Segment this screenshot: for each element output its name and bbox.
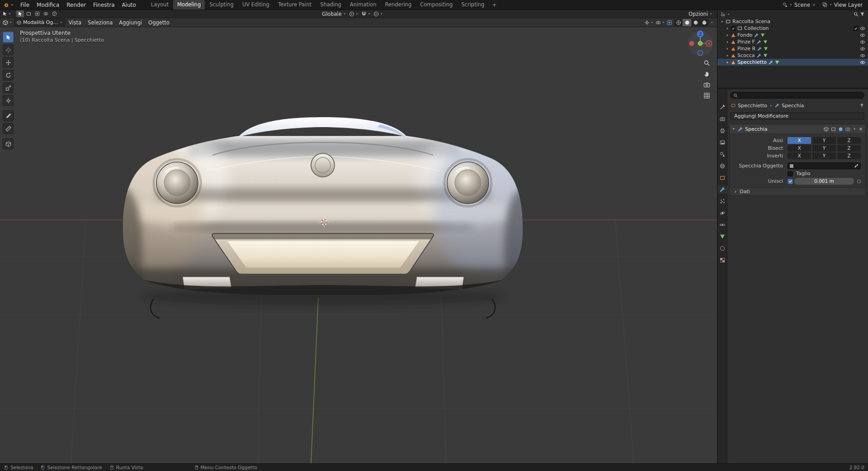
tab-world[interactable] [717, 162, 727, 170]
outliner-row-pinze-r[interactable]: Pinze R [717, 45, 868, 52]
tab-object-data[interactable] [717, 233, 727, 241]
bisect-x-button[interactable]: X [788, 145, 811, 152]
tab-render[interactable] [717, 115, 727, 123]
tab-layout[interactable]: Layout [147, 0, 173, 10]
render-toggle-icon[interactable] [845, 127, 850, 132]
edit-mode-toggle-icon[interactable] [831, 127, 836, 132]
zoom-icon[interactable] [703, 60, 710, 67]
close-icon[interactable] [859, 127, 863, 131]
collection-exclude-checkbox[interactable] [731, 26, 736, 31]
ortho-grid-icon[interactable] [703, 92, 710, 99]
measure-tool-button[interactable] [3, 123, 14, 134]
menu-aiuto[interactable]: Aiuto [118, 0, 140, 10]
tab-material[interactable] [717, 244, 727, 252]
gizmo-z-negative-axis[interactable] [698, 51, 703, 56]
clipping-checkbox[interactable] [788, 171, 793, 176]
eyedropper-icon[interactable] [854, 164, 859, 168]
mode-dropdown[interactable]: Modalità Og... [14, 19, 66, 26]
transform-tool-button[interactable] [3, 95, 14, 106]
pin-icon[interactable] [859, 103, 864, 108]
tab-texture-paint[interactable]: Texture Paint [274, 0, 316, 10]
blender-menu-button[interactable] [0, 2, 17, 8]
shading-material-button[interactable] [691, 19, 700, 26]
axis-y-button[interactable]: Y [812, 137, 836, 144]
tab-sculpting[interactable]: Sculpting [205, 0, 238, 10]
tab-particles[interactable] [717, 197, 727, 205]
camera-view-icon[interactable] [703, 81, 710, 88]
properties-search-input[interactable] [730, 92, 864, 99]
axis-x-button[interactable]: X [788, 137, 811, 144]
disclosure-caret-icon[interactable] [720, 20, 724, 24]
select-mode-intersect-button[interactable] [51, 10, 58, 17]
disclosure-caret-icon[interactable] [726, 47, 729, 51]
bisect-z-button[interactable]: Z [837, 145, 861, 152]
tab-tool[interactable] [717, 103, 727, 111]
tab-physics[interactable] [717, 209, 727, 217]
shading-rendered-button[interactable] [700, 19, 708, 26]
snap-toggle[interactable] [361, 11, 371, 17]
select-mode-set-button[interactable] [16, 10, 24, 17]
annotate-tool-button[interactable] [3, 110, 14, 121]
menu-aggiungi[interactable]: Aggiungi [116, 19, 145, 26]
disclosure-caret-icon[interactable] [726, 33, 729, 37]
flip-y-button[interactable]: Y [812, 152, 836, 159]
search-icon[interactable] [854, 12, 859, 17]
outliner-row-pinze-f[interactable]: Pinze F [717, 38, 868, 45]
flip-x-button[interactable]: X [788, 152, 811, 159]
data-subpanel-header[interactable]: Dati [730, 187, 865, 195]
menu-file[interactable]: File [17, 0, 33, 10]
active-tool-dropdown[interactable] [0, 11, 14, 16]
car-model-render[interactable] [120, 112, 527, 325]
select-mode-subtract-button[interactable] [33, 10, 41, 17]
select-box-tool-button[interactable] [3, 32, 14, 43]
tab-scene[interactable] [717, 150, 727, 158]
tab-scripting[interactable]: Scripting [457, 0, 488, 10]
on-cage-toggle-icon[interactable] [824, 127, 829, 132]
modifier-name[interactable]: Specchia [745, 126, 821, 132]
tab-constraints[interactable] [717, 221, 727, 229]
menu-seleziona[interactable]: Seleziona [85, 19, 116, 26]
breadcrumb-modifier[interactable]: Specchia [782, 103, 804, 109]
animate-decorator-icon[interactable] [857, 180, 861, 183]
tab-uv-editing[interactable]: UV Editing [238, 0, 274, 10]
outliner-editor-type-icon[interactable] [721, 12, 726, 17]
merge-threshold-field[interactable]: 0.001 m [794, 178, 854, 185]
proportional-editing-toggle[interactable] [373, 11, 383, 17]
select-mode-invert-button[interactable] [42, 10, 50, 17]
navigation-gizmo[interactable]: Z X [685, 29, 715, 59]
mirror-object-field[interactable] [788, 162, 861, 169]
pivot-point-dropdown[interactable] [349, 11, 359, 17]
tab-output[interactable] [717, 127, 727, 135]
show-overlays-dropdown[interactable] [656, 20, 665, 25]
viewport-canvas[interactable]: Prospettiva Utente (10) Raccolta Scena |… [0, 27, 717, 463]
modifier-panel-header[interactable]: Specchia [730, 124, 865, 134]
filter-funnel-icon[interactable] [860, 12, 865, 17]
modifier-extras-caret-icon[interactable] [853, 127, 856, 131]
tab-modifiers[interactable] [717, 186, 727, 194]
menu-oggetto[interactable]: Oggetto [145, 19, 173, 26]
realtime-toggle-icon[interactable] [838, 127, 843, 132]
xray-toggle[interactable] [667, 20, 672, 25]
disclosure-caret-icon[interactable] [726, 27, 729, 30]
disclosure-caret-icon[interactable] [726, 40, 729, 44]
tab-animation[interactable]: Animation [346, 0, 381, 10]
scale-tool-button[interactable] [3, 82, 14, 93]
shading-solid-button[interactable] [683, 19, 691, 26]
merge-checkbox[interactable] [788, 179, 793, 184]
cursor-tool-button[interactable] [3, 44, 14, 55]
outliner-row-scene-collection[interactable]: Raccolta Scena [717, 18, 868, 25]
menu-modifica[interactable]: Modifica [33, 0, 63, 10]
select-mode-extend-button[interactable] [25, 10, 33, 17]
menu-render[interactable]: Render [63, 0, 90, 10]
shading-wireframe-button[interactable] [674, 19, 683, 26]
gizmo-y-axis[interactable] [698, 41, 703, 46]
pan-hand-icon[interactable] [703, 71, 710, 77]
outliner-row-specchietto[interactable]: Specchietto [717, 59, 868, 66]
close-icon[interactable] [812, 3, 816, 7]
eye-icon[interactable] [860, 26, 865, 31]
tab-object[interactable] [717, 174, 727, 182]
move-tool-button[interactable] [3, 57, 14, 68]
tab-view-layer[interactable] [717, 138, 727, 147]
tab-modeling[interactable]: Modeling [173, 0, 205, 10]
view-layer-selector[interactable]: View Layer [822, 2, 863, 8]
